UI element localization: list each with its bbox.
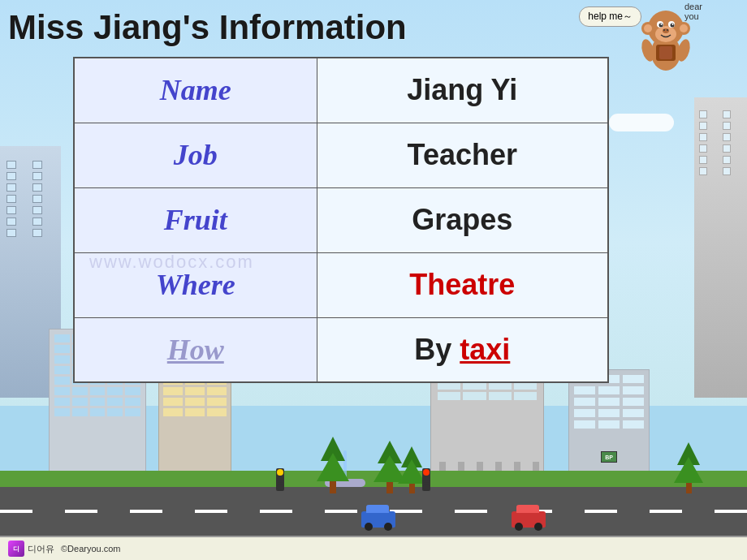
value-where: Theatre xyxy=(317,252,608,317)
table-row: Where Theatre xyxy=(74,252,608,317)
car-blue xyxy=(361,511,395,528)
value-name: Jiang Yi xyxy=(317,58,608,123)
footer-copyright: ©Dearyou.com xyxy=(61,544,121,554)
svg-point-7 xyxy=(680,24,688,32)
info-table: Name Jiang Yi Job Teacher Fruit xyxy=(73,57,609,383)
footer-logo-text: 디어유 xyxy=(28,543,54,555)
label-job: Job xyxy=(74,123,317,187)
footer-logo-icon: 디 xyxy=(8,541,24,557)
traffic-light-2 xyxy=(422,468,430,491)
value-how: By taxi xyxy=(317,317,608,382)
svg-rect-19 xyxy=(659,46,672,59)
footer-logo: 디 디어유 ©Dearyou.com xyxy=(8,541,121,557)
table-row: Fruit Grapes xyxy=(74,187,608,252)
page-title: Miss Jiang's Information xyxy=(8,8,407,47)
svg-point-14 xyxy=(672,24,674,25)
label-fruit: Fruit xyxy=(74,187,317,252)
table-row: Job Teacher xyxy=(74,123,608,187)
value-job: Teacher xyxy=(317,123,608,187)
table-row: Name Jiang Yi xyxy=(74,58,608,123)
svg-point-13 xyxy=(661,24,663,25)
car-red xyxy=(512,511,546,528)
svg-point-15 xyxy=(663,28,669,33)
cloud-5 xyxy=(609,114,674,131)
tree-3 xyxy=(674,442,703,493)
tree-1 xyxy=(317,437,349,493)
bp-sign: BP xyxy=(601,451,617,463)
help-button[interactable]: help me～ xyxy=(579,6,641,27)
label-where: Where xyxy=(74,252,317,317)
label-how: How xyxy=(74,317,317,382)
tree-4 xyxy=(398,446,425,493)
svg-point-5 xyxy=(644,24,652,32)
footer-bar: 디 디어유 ©Dearyou.com xyxy=(0,536,747,560)
info-table-container: Name Jiang Yi Job Teacher Fruit xyxy=(73,57,609,383)
table-row: How By taxi xyxy=(74,317,608,382)
label-name: Name xyxy=(74,58,317,123)
dear-you-label: dearyou xyxy=(684,2,702,21)
svg-point-17 xyxy=(667,29,668,31)
traffic-light-1 xyxy=(276,468,284,491)
value-fruit: Grapes xyxy=(317,187,608,252)
svg-point-16 xyxy=(663,29,665,31)
